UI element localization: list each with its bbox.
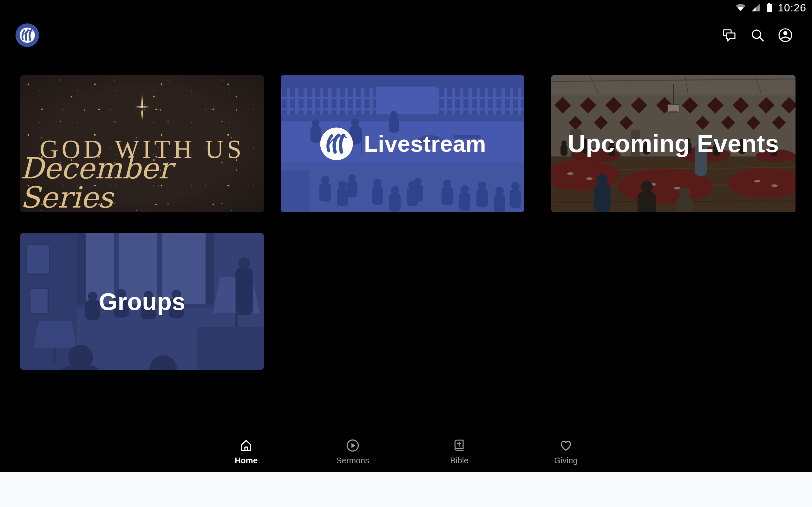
tab-home-label: Home <box>235 456 258 465</box>
series-subtitle: December Series <box>20 154 264 212</box>
card-god-with-us-series[interactable]: GOD WITH US December Series <box>20 75 264 212</box>
tab-bible-label: Bible <box>450 456 468 465</box>
home-icon <box>239 438 254 453</box>
system-bar <box>0 472 812 507</box>
header-actions <box>722 27 793 43</box>
church-logo-icon[interactable] <box>15 23 39 47</box>
android-screen: 10:26 <box>0 0 812 507</box>
chat-icon[interactable] <box>722 27 737 43</box>
tab-giving[interactable]: Giving <box>513 438 619 471</box>
card-livestream[interactable]: Livestream <box>281 75 524 212</box>
battery-icon <box>766 2 773 13</box>
star-icon <box>123 92 161 122</box>
tab-sermons[interactable]: Sermons <box>299 438 406 471</box>
app-header <box>0 23 812 48</box>
search-icon[interactable] <box>750 27 765 43</box>
livestream-label-layer: Livestream <box>281 75 524 212</box>
wifi-icon <box>735 3 746 12</box>
series-inner: GOD WITH US December Series <box>20 75 264 212</box>
heart-icon <box>558 438 573 453</box>
card-upcoming-events[interactable]: Upcoming Events <box>551 75 796 212</box>
tab-home[interactable]: Home <box>193 438 299 471</box>
livestream-label: Livestream <box>364 131 486 157</box>
tab-giving-label: Giving <box>554 456 577 465</box>
status-time: 10:26 <box>778 2 806 14</box>
bottom-nav: Home Sermons Bible Giving <box>0 438 812 471</box>
status-bar: 10:26 <box>0 0 812 15</box>
events-label: Upcoming Events <box>568 129 779 158</box>
groups-label: Groups <box>99 288 185 315</box>
play-circle-icon <box>345 438 360 453</box>
account-icon[interactable] <box>778 27 793 43</box>
church-logo-icon <box>319 126 354 162</box>
tab-sermons-label: Sermons <box>336 456 369 465</box>
bible-icon <box>452 438 467 453</box>
tab-bible[interactable]: Bible <box>406 438 513 471</box>
cell-signal-icon <box>751 3 761 12</box>
card-groups[interactable]: Groups <box>20 233 264 370</box>
groups-label-layer: Groups <box>20 233 264 370</box>
events-label-layer: Upcoming Events <box>551 75 796 212</box>
